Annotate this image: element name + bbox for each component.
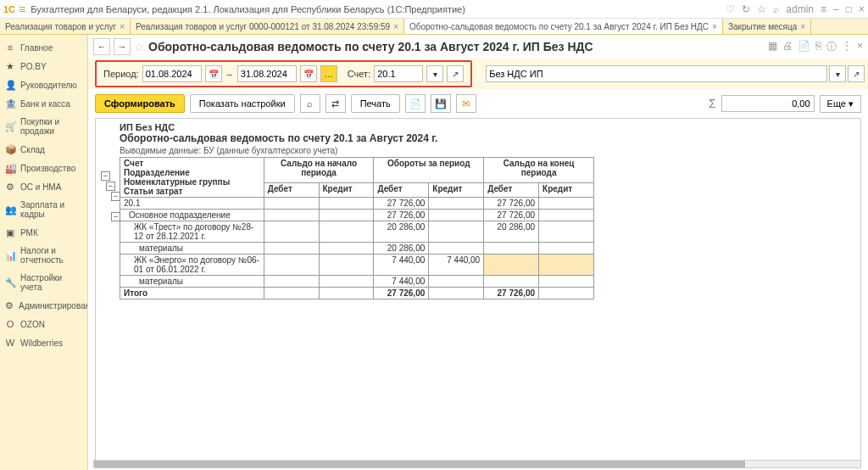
hdr-menu-icon[interactable]: ⋮ bbox=[842, 40, 852, 54]
sidebar-item[interactable]: ⚙ОС и НМА bbox=[0, 177, 87, 196]
hdr-costs: Статьи затрат bbox=[124, 187, 260, 196]
back-button[interactable]: ← bbox=[93, 38, 110, 55]
tree-toggle[interactable]: − bbox=[111, 212, 120, 221]
hdr-icon4[interactable]: ⎘ bbox=[815, 40, 821, 54]
sidebar-item[interactable]: 🔧Настройки учета bbox=[0, 269, 87, 296]
nav-label: ОС и НМА bbox=[20, 182, 61, 192]
hdr-turnover: Обороты за период bbox=[374, 158, 484, 183]
sidebar-item[interactable]: ≡Главное bbox=[0, 38, 87, 57]
favorite-icon[interactable]: ☆ bbox=[134, 40, 145, 53]
table-row[interactable]: материалы7 440,00 bbox=[120, 276, 594, 288]
search-icon[interactable]: ⌕ bbox=[773, 3, 779, 15]
account-open-icon[interactable]: ↗ bbox=[447, 65, 464, 82]
maximize-icon[interactable]: □ bbox=[846, 3, 852, 15]
sidebar-item[interactable]: ▣РМК bbox=[0, 223, 87, 242]
save-report-icon[interactable]: 📄 bbox=[405, 94, 426, 113]
sidebar-item[interactable]: OOZON bbox=[0, 315, 87, 333]
tree-toggle[interactable]: − bbox=[106, 182, 115, 191]
dash: – bbox=[225, 69, 234, 79]
nav-icon: 🏦 bbox=[5, 98, 15, 109]
more-button[interactable]: Еще ▾ bbox=[820, 95, 861, 113]
nav-icon: O bbox=[5, 319, 15, 329]
tab-close-icon[interactable]: × bbox=[800, 22, 805, 31]
calendar-from-icon[interactable]: 📅 bbox=[205, 65, 222, 82]
forward-button[interactable]: → bbox=[114, 38, 131, 55]
sidebar-item[interactable]: ⚙Администрирование bbox=[0, 296, 87, 315]
tab[interactable]: Реализация товаров и услуг 0000-000121 о… bbox=[131, 19, 404, 34]
params-bar: Период: 📅 – 📅 … Счет: ▾ ↗ ▾ ↗ bbox=[88, 59, 868, 89]
nav-icon: ≡ bbox=[5, 42, 15, 53]
save-disk-icon[interactable]: 💾 bbox=[431, 94, 451, 113]
report-title: Оборотно-сальдовая ведомость по счету 20… bbox=[120, 132, 857, 144]
window-title: Бухгалтерия для Беларуси, редакция 2.1. … bbox=[31, 4, 726, 14]
history-icon[interactable]: ↻ bbox=[742, 3, 750, 15]
total-row: Итого27 726,0027 726,00 bbox=[120, 288, 594, 299]
table-row[interactable]: ЖК «Трест» по договору №28-12 от 28.12.2… bbox=[120, 221, 594, 243]
generate-button[interactable]: Сформировать bbox=[95, 94, 185, 113]
date-to-input[interactable] bbox=[237, 65, 297, 82]
hdr-icon1[interactable]: ▦ bbox=[768, 40, 777, 54]
sigma-icon[interactable]: Σ bbox=[709, 97, 716, 110]
account-input[interactable] bbox=[374, 65, 423, 82]
sum-input[interactable] bbox=[721, 95, 815, 112]
hdr-close-icon[interactable]: × bbox=[857, 40, 863, 54]
find-icon[interactable]: ⌕ bbox=[300, 94, 320, 113]
sidebar-item[interactable]: 📊Налоги и отчетность bbox=[0, 242, 87, 269]
org-select-icon[interactable]: ▾ bbox=[829, 65, 846, 82]
org-input[interactable] bbox=[486, 65, 827, 82]
sidebar-item[interactable]: 👤Руководителю bbox=[0, 76, 87, 94]
sidebar-item[interactable]: 🏦Банк и касса bbox=[0, 94, 87, 113]
star-icon[interactable]: ☆ bbox=[757, 3, 766, 15]
hdr-d3: Дебет bbox=[484, 183, 539, 198]
tree-toggle[interactable]: − bbox=[111, 192, 120, 201]
menu-icon[interactable]: ≡ bbox=[19, 3, 25, 16]
sidebar-item[interactable]: 📦Склад bbox=[0, 140, 87, 159]
tab-close-icon[interactable]: × bbox=[712, 22, 717, 31]
email-icon[interactable]: ✉ bbox=[456, 94, 476, 113]
nav-icon: 📊 bbox=[5, 250, 15, 260]
sidebar-item[interactable]: WWildberries bbox=[0, 333, 87, 352]
hdr-c2: Кредит bbox=[429, 183, 484, 198]
find-next-icon[interactable]: ⇄ bbox=[326, 94, 346, 113]
tree-toggle[interactable]: − bbox=[101, 171, 110, 181]
bell-icon[interactable]: ♡ bbox=[726, 3, 735, 15]
close-icon[interactable]: × bbox=[859, 3, 865, 15]
hdr-icon2[interactable]: 🖨 bbox=[782, 40, 793, 54]
period-picker-button[interactable]: … bbox=[320, 65, 337, 82]
nav-label: РМК bbox=[20, 228, 38, 238]
nav-label: OZON bbox=[20, 320, 45, 329]
sidebar-item[interactable]: 👥Зарплата и кадры bbox=[0, 196, 87, 223]
date-from-input[interactable] bbox=[142, 65, 202, 82]
account-select-icon[interactable]: ▾ bbox=[426, 65, 443, 82]
main-area: ← → ☆ Оборотно-сальдовая ведомость по сч… bbox=[88, 35, 868, 470]
hdr-icon3[interactable]: 📄 bbox=[798, 40, 810, 54]
sidebar-item[interactable]: ★PO.BY bbox=[0, 57, 87, 76]
org-open-icon[interactable]: ↗ bbox=[848, 65, 865, 82]
minimize-icon[interactable]: – bbox=[833, 3, 839, 15]
tab-close-icon[interactable]: × bbox=[393, 22, 398, 31]
org-group: ▾ ↗ bbox=[481, 65, 865, 82]
menu2-icon[interactable]: ≡ bbox=[821, 3, 826, 15]
print-button[interactable]: Печать bbox=[351, 94, 400, 113]
table-row[interactable]: 20.127 726,0027 726,00 bbox=[120, 198, 594, 210]
scrollbar-h[interactable] bbox=[93, 460, 861, 468]
nav-label: Главное bbox=[20, 43, 53, 53]
table-row[interactable]: Основное подразделение27 726,0027 726,00 bbox=[120, 210, 594, 221]
nav-icon: W bbox=[5, 338, 15, 348]
tab-close-icon[interactable]: × bbox=[120, 22, 125, 31]
show-settings-button[interactable]: Показать настройки bbox=[190, 94, 295, 113]
table-row[interactable]: ЖК «Энерго» по договору №06-01 от 06.01.… bbox=[120, 255, 594, 276]
table-row[interactable]: материалы20 286,00 bbox=[120, 243, 594, 255]
report-subtitle: Выводимые данные: БУ (данные бухгалтерск… bbox=[120, 146, 857, 155]
tab[interactable]: Закрытие месяца× bbox=[723, 19, 811, 34]
sidebar-item[interactable]: 🏭Производство bbox=[0, 159, 87, 177]
nav-icon: 👥 bbox=[5, 204, 15, 215]
calendar-to-icon[interactable]: 📅 bbox=[300, 65, 317, 82]
nav-label: Склад bbox=[20, 145, 45, 154]
tab[interactable]: Оборотно-сальдовая ведомость по счету 20… bbox=[404, 19, 723, 34]
nav-icon: 📦 bbox=[5, 144, 15, 154]
report-org: ИП Без НДС bbox=[120, 122, 857, 132]
sidebar-item[interactable]: 🛒Покупки и продажи bbox=[0, 113, 87, 140]
hdr-icon5[interactable]: ⓘ bbox=[826, 40, 837, 54]
tab[interactable]: Реализация товаров и услуг× bbox=[0, 19, 131, 34]
